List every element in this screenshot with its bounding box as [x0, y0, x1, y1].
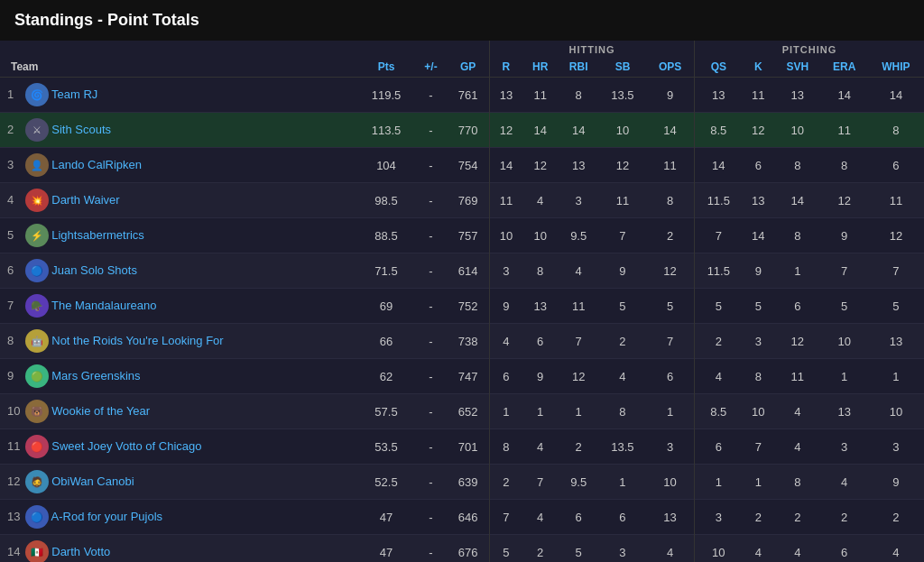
k: 7	[743, 429, 774, 465]
avatar: 🪖	[25, 294, 49, 318]
svh: 8	[774, 218, 820, 253]
whip: 4	[868, 535, 924, 563]
team-name[interactable]: Wookie of the Year	[51, 404, 150, 418]
k: 11	[743, 78, 774, 113]
ops: 2	[646, 218, 694, 253]
rbi: 6	[559, 500, 599, 535]
team-name[interactable]: Lightsabermetrics	[51, 228, 144, 242]
r: 1	[490, 394, 522, 429]
hr: 13	[522, 289, 559, 324]
ops: 5	[646, 289, 694, 324]
pts: 88.5	[357, 218, 415, 253]
qs: 14	[694, 148, 742, 183]
team-name[interactable]: Mars Greenskins	[51, 369, 140, 382]
plusminus: -	[415, 535, 447, 563]
rbi: 4	[559, 253, 599, 289]
avatar: 🟢	[25, 364, 49, 388]
col-era: ERA	[820, 57, 867, 78]
svh: 14	[774, 183, 820, 218]
plusminus: -	[415, 324, 447, 359]
k: 4	[743, 535, 774, 563]
gp: 770	[447, 113, 490, 148]
gp: 747	[447, 359, 490, 394]
era: 13	[820, 394, 867, 429]
team-name[interactable]: Darth Waiver	[51, 193, 119, 207]
qs: 10	[694, 535, 742, 563]
era: 2	[820, 500, 867, 535]
avatar: 💥	[25, 189, 49, 212]
avatar: 🔵	[25, 505, 49, 529]
svh: 1	[774, 253, 820, 289]
team-name[interactable]: Sith Scouts	[51, 123, 111, 136]
team-name[interactable]: Not the Roids You're Looking For	[51, 334, 223, 347]
rank-number: 6	[7, 263, 22, 277]
sb: 2	[599, 324, 646, 359]
table-row: 1 🌀 Team RJ 119.5 - 761 13 11 8 13.5 9 1…	[0, 78, 924, 113]
plusminus: -	[415, 218, 447, 253]
standings-table: HITTING PITCHING Team Pts +/- GP R HR RB…	[0, 41, 924, 562]
whip: 1	[868, 359, 924, 394]
k: 6	[743, 148, 774, 183]
team-name[interactable]: The Mandalaureano	[51, 299, 156, 312]
plusminus: -	[415, 78, 447, 113]
r: 6	[490, 359, 522, 394]
team-name[interactable]: A-Rod for your Pujols	[51, 510, 163, 523]
rbi: 13	[559, 148, 599, 183]
k: 9	[743, 253, 774, 289]
ops: 12	[646, 253, 694, 289]
pts: 47	[357, 500, 415, 535]
col-gp: GP	[447, 57, 490, 78]
table-row: 6 🔵 Juan Solo Shots 71.5 - 614 3 8 4 9 1…	[0, 253, 924, 289]
k: 13	[743, 183, 774, 218]
pts: 53.5	[357, 429, 415, 465]
pts: 66	[357, 324, 415, 359]
col-whip: WHIP	[868, 57, 924, 78]
qs: 3	[694, 500, 742, 535]
ops: 11	[646, 148, 694, 183]
whip: 3	[868, 429, 924, 465]
rbi: 5	[559, 535, 599, 563]
avatar: ⚡	[25, 224, 49, 247]
col-pts: Pts	[357, 57, 415, 78]
rank-number: 5	[7, 228, 22, 242]
team-name[interactable]: Lando CalRipken	[51, 158, 142, 171]
col-svh: SVH	[774, 57, 820, 78]
r: 9	[490, 289, 522, 324]
ops: 9	[646, 78, 694, 113]
rank-number: 12	[7, 474, 22, 488]
pts: 47	[357, 535, 415, 563]
rbi: 14	[559, 113, 599, 148]
gp: 752	[447, 289, 490, 324]
gp: 652	[447, 394, 490, 429]
col-hr: HR	[522, 57, 559, 78]
k: 1	[743, 465, 774, 500]
col-plusminus: +/-	[415, 57, 447, 78]
ops: 3	[646, 429, 694, 465]
sb: 8	[599, 394, 646, 429]
gp: 754	[447, 148, 490, 183]
team-name[interactable]: Darth Votto	[51, 545, 110, 558]
ops: 8	[646, 183, 694, 218]
team-name[interactable]: Team RJ	[51, 88, 97, 101]
rank-number: 13	[7, 510, 22, 523]
avatar: 🇲🇽	[25, 540, 49, 562]
k: 3	[743, 324, 774, 359]
team-name[interactable]: Juan Solo Shots	[51, 263, 137, 277]
hr: 7	[522, 465, 559, 500]
table-row: 14 🇲🇽 Darth Votto 47 - 676 5 2 5 3 4 10 …	[0, 535, 924, 563]
sb: 13.5	[599, 78, 646, 113]
col-ops: OPS	[646, 57, 694, 78]
team-name[interactable]: Sweet Joey Votto of Chicago	[51, 439, 201, 453]
pts: 69	[357, 289, 415, 324]
team-name[interactable]: ObiWan Canobi	[51, 474, 134, 488]
gp: 769	[447, 183, 490, 218]
pts: 52.5	[357, 465, 415, 500]
hr: 4	[522, 500, 559, 535]
rank-number: 11	[7, 439, 22, 453]
whip: 11	[868, 183, 924, 218]
category-header-row: HITTING PITCHING	[0, 41, 924, 57]
table-row: 13 🔵 A-Rod for your Pujols 47 - 646 7 4 …	[0, 500, 924, 535]
qs: 6	[694, 429, 742, 465]
table-row: 4 💥 Darth Waiver 98.5 - 769 11 4 3 11 8 …	[0, 183, 924, 218]
rbi: 8	[559, 78, 599, 113]
